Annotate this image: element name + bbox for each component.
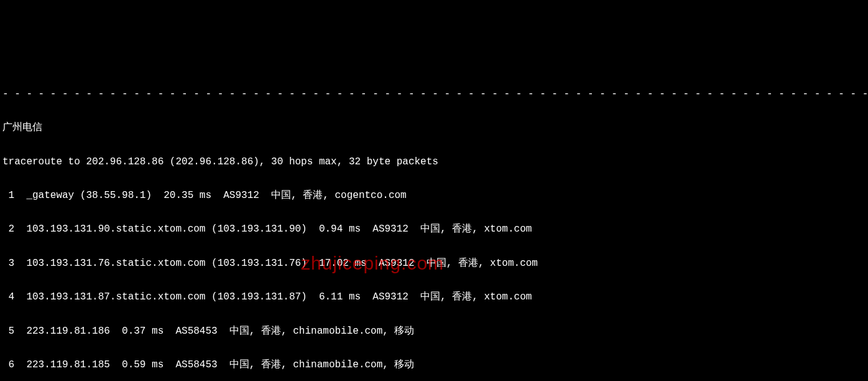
hop-line: 2 103.193.131.90.static.xtom.com (103.19… <box>2 221 866 238</box>
hop-line: 4 103.193.131.87.static.xtom.com (103.19… <box>2 289 866 306</box>
hop-line: 3 103.193.131.76.static.xtom.com (103.19… <box>2 255 866 272</box>
hop-line: 6 223.119.81.185 0.59 ms AS58453 中国, 香港,… <box>2 357 866 374</box>
hop-line: 1 _gateway (38.55.98.1) 20.35 ms AS9312 … <box>2 187 866 204</box>
separator-line: - - - - - - - - - - - - - - - - - - - - … <box>2 86 866 103</box>
trace-title: 广州电信 <box>2 120 866 136</box>
hop-line: 5 223.119.81.186 0.37 ms AS58453 中国, 香港,… <box>2 323 866 340</box>
terminal-output: - - - - - - - - - - - - - - - - - - - - … <box>2 69 866 381</box>
trace-header: traceroute to 202.96.128.86 (202.96.128.… <box>2 154 866 171</box>
